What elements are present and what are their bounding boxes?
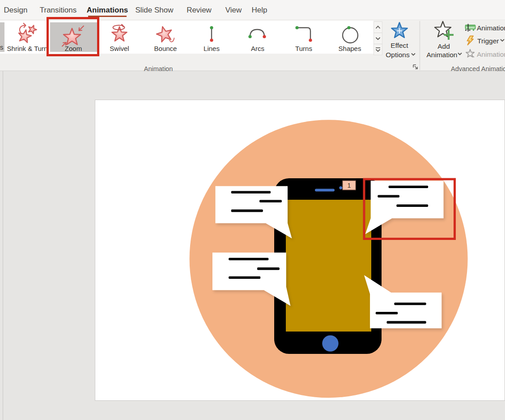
svg-text:1: 1 (348, 182, 351, 189)
